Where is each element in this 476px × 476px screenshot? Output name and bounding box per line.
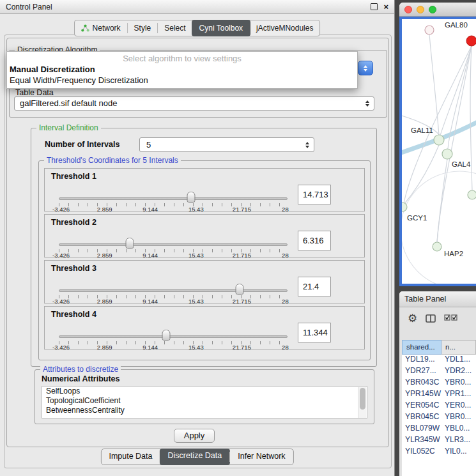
slider-scale: -3.4262.859 9.14415.43 21.71528: [59, 298, 288, 305]
attributes-to-discretize-group: Attributes to discretize Numerical Attri…: [35, 369, 374, 424]
table-row[interactable]: YER054CYER0...: [402, 401, 476, 412]
list-item[interactable]: TopologicalCoefficient: [42, 396, 367, 406]
numerical-attributes-label: Numerical Attributes: [42, 374, 119, 383]
node-label-gal11: GAL11: [411, 127, 433, 134]
tab-discretize-data[interactable]: Discretize Data: [160, 449, 231, 465]
tab-cyni-toolbox[interactable]: Cyni Toolbox: [192, 20, 250, 36]
node-hap2[interactable]: [433, 242, 441, 251]
table-panel-titlebar[interactable]: Table Panel: [399, 291, 476, 307]
threshold-slider[interactable]: -3.4262.859 9.14415.43 21.71528: [59, 261, 288, 304]
thresholds-coordinates-group: Threshold's Coordinates for 5 Intervals …: [38, 160, 371, 360]
threshold-slider[interactable]: -3.4262.859 9.14415.43 21.71528: [59, 169, 288, 212]
network-window-titlebar[interactable]: [399, 3, 476, 17]
table-data-value: galFiltered.sif default node: [20, 98, 117, 108]
table-row[interactable]: YDL19...YDL1...: [402, 355, 476, 366]
tab-jactivemnodules[interactable]: jActiveMNodules: [250, 20, 319, 36]
table-panel-title: Table Panel: [404, 295, 446, 303]
threshold-value-field[interactable]: 11.344: [298, 323, 331, 342]
threshold-panel-1: Threshold 1 -3.4262.859 9.14415.43 21.71…: [44, 168, 365, 211]
tab-network[interactable]: Network: [75, 20, 127, 36]
tab-label: Network: [93, 24, 121, 33]
slider-thumb[interactable]: [162, 330, 171, 341]
slider-thumb[interactable]: [187, 192, 195, 203]
node-gal11[interactable]: [434, 135, 444, 145]
window-titlebar[interactable]: Control Panel ×: [0, 0, 394, 14]
minimize-traffic-light-icon[interactable]: [417, 6, 424, 13]
tab-style[interactable]: Style: [128, 20, 158, 36]
table-header-row: shared... n...: [402, 340, 476, 355]
slider-thumb[interactable]: [125, 238, 134, 249]
top-tab-bar: Network Style Select Cyni Toolbox jActiv…: [74, 20, 321, 36]
tab-label: jActiveMNodules: [256, 24, 313, 33]
node-label-gal80: GAL80: [445, 21, 468, 29]
table-row[interactable]: YIL052CYIL0...: [402, 447, 476, 458]
network-icon: [81, 24, 89, 32]
scrollbar-thumb[interactable]: [360, 388, 365, 410]
slider-track[interactable]: [59, 335, 288, 338]
select-columns-icon[interactable]: [444, 314, 458, 323]
tab-impute-data[interactable]: Impute Data: [101, 449, 160, 464]
spinner-arrows-icon: [305, 142, 309, 148]
table-row[interactable]: YDR27...YDR2...: [402, 366, 476, 378]
number-of-intervals-label: Number of Intervals: [45, 140, 119, 149]
table-row[interactable]: YBL079WYBL0...: [402, 424, 476, 435]
table-toolbar: ⚙: [399, 308, 476, 329]
table-data-label: Table Data: [15, 88, 54, 97]
threshold-value-field[interactable]: 21.4: [298, 277, 331, 296]
table-row[interactable]: YBR045CYBR0...: [402, 412, 476, 424]
dropdown-option-manual[interactable]: Manual Discretization: [7, 64, 357, 75]
stepper-up-icon: [364, 65, 367, 68]
slider-track[interactable]: [59, 289, 288, 292]
table-panel-window: Table Panel ⚙ shared... n... YDL19...YDL…: [399, 291, 476, 476]
float-window-icon[interactable]: [371, 3, 378, 10]
threshold-slider[interactable]: -3.4262.859 9.14415.43 21.71528: [59, 307, 288, 350]
node-table: shared... n... YDL19...YDL1... YDR27...Y…: [402, 340, 476, 476]
table-row[interactable]: YPR145WYPR1...: [402, 389, 476, 401]
number-of-intervals-spinner[interactable]: 5: [139, 137, 314, 152]
zoom-traffic-light-icon[interactable]: [429, 6, 436, 13]
group-title: Attributes to discretize: [40, 365, 121, 374]
dropdown-placeholder: Select algorithm to view settings: [7, 53, 357, 64]
header-name[interactable]: n...: [441, 340, 476, 355]
node-red-selected[interactable]: [466, 36, 476, 46]
group-title: Threshold's Coordinates for 5 Intervals: [44, 156, 181, 165]
apply-button[interactable]: Apply: [174, 429, 215, 443]
node-label-gal4: GAL4: [452, 160, 470, 168]
tab-label: Select: [164, 24, 185, 33]
number-of-intervals-value: 5: [146, 140, 151, 150]
tab-select[interactable]: Select: [158, 20, 192, 36]
threshold-slider[interactable]: -3.4262.859 9.14415.43 21.71528: [59, 215, 288, 258]
header-shared-name[interactable]: shared...: [402, 340, 441, 355]
node-gcy1[interactable]: [402, 203, 407, 211]
numerical-attributes-list[interactable]: SelfLoops TopologicalCoefficient Between…: [42, 386, 367, 418]
group-title: Interval Definition: [36, 123, 101, 132]
slider-thumb[interactable]: [235, 284, 243, 295]
node-gal4[interactable]: [442, 149, 452, 159]
table-row[interactable]: YBR043CYBR0...: [402, 378, 476, 389]
slider-track[interactable]: [59, 197, 288, 200]
node-label-gcy1: GCY1: [407, 214, 427, 222]
node-label-hap2: HAP2: [444, 250, 463, 257]
stepper-down-icon: [364, 69, 367, 72]
node-gal80[interactable]: [425, 26, 434, 35]
list-item[interactable]: SelfLoops: [42, 387, 367, 396]
table-row[interactable]: YLR345WYLR3...: [402, 435, 476, 447]
table-data-combobox[interactable]: galFiltered.sif default node: [14, 96, 374, 111]
list-scrollbar[interactable]: [358, 387, 366, 418]
close-icon[interactable]: ×: [383, 3, 388, 11]
slider-track[interactable]: [59, 243, 288, 246]
algorithm-combobox-stepper[interactable]: [358, 61, 373, 75]
threshold-value-field[interactable]: 6.316: [298, 231, 331, 250]
columns-icon[interactable]: [426, 314, 436, 323]
threshold-panel-3: Threshold 3 -3.4262.859 9.14415.43 21.71…: [44, 260, 365, 303]
threshold-value-field[interactable]: 14.713: [298, 185, 331, 204]
gear-icon[interactable]: ⚙: [408, 313, 417, 324]
window-title: Control Panel: [6, 3, 52, 12]
algorithm-dropdown-popup: Select algorithm to view settings Manual…: [6, 51, 358, 89]
dropdown-option-equal-width[interactable]: Equal Width/Frequency Discretization: [7, 75, 357, 86]
tab-infer-network[interactable]: Infer Network: [230, 449, 293, 464]
network-canvas[interactable]: GAL80 GAL11 GAL4 GCY1 HAP2: [399, 17, 476, 286]
list-item[interactable]: BetweennessCentrality: [42, 406, 367, 415]
node-partial[interactable]: [468, 190, 476, 199]
close-traffic-light-icon[interactable]: [404, 6, 412, 13]
